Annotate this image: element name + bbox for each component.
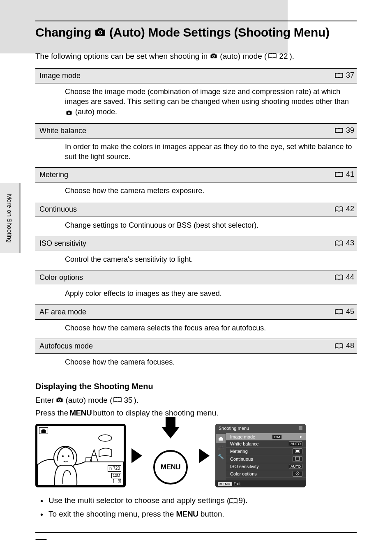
option-description: Change settings to Continuous or BSS (be… bbox=[35, 217, 357, 236]
option-page-ref: 39 bbox=[260, 123, 357, 138]
arrow-down-icon bbox=[161, 427, 180, 438]
scrollbar-icon bbox=[299, 426, 302, 430]
camera-icon bbox=[95, 25, 106, 39]
option-page-ref: 45 bbox=[260, 305, 357, 319]
menu-item-label: White balance bbox=[230, 441, 259, 446]
intro-text: The following options can be set when sh… bbox=[35, 52, 357, 61]
option-header: Color options 44 bbox=[35, 270, 357, 285]
menu-item-label: Continuous bbox=[230, 457, 253, 462]
list-item: Use the multi selector to choose and app… bbox=[40, 495, 357, 508]
wrench-icon: 🔧 bbox=[216, 452, 226, 461]
menu-exit-bar: MENU Exit bbox=[215, 480, 306, 487]
option-page-ref: 48 bbox=[260, 339, 357, 353]
book-icon bbox=[335, 274, 343, 282]
menu-item: Image mode12M▸ bbox=[226, 433, 306, 441]
camera-icon bbox=[210, 52, 217, 61]
option-page-ref: 42 bbox=[260, 202, 357, 217]
option-description: Control the camera's sensitivity to ligh… bbox=[35, 251, 357, 270]
svg-point-5 bbox=[68, 112, 69, 113]
book-icon bbox=[335, 240, 343, 248]
svg-line-16 bbox=[296, 472, 299, 475]
arrow-right-icon bbox=[199, 448, 210, 463]
menu-item-value-icon bbox=[293, 471, 302, 477]
option-page-ref: 43 bbox=[260, 236, 357, 251]
book-icon bbox=[335, 171, 343, 180]
menu-item-label: Color options bbox=[230, 471, 257, 476]
svg-rect-13 bbox=[296, 450, 299, 452]
option-header: Autofocus mode 48 bbox=[35, 339, 357, 353]
menu-item: ISO sensitivityAUTO bbox=[226, 463, 306, 470]
book-icon bbox=[113, 395, 122, 406]
option-header: Metering 41 bbox=[35, 168, 357, 182]
menu-item: Metering bbox=[226, 448, 306, 455]
menu-item-label: Image mode bbox=[230, 434, 255, 439]
camera-icon bbox=[66, 108, 72, 118]
diagram-row: ▢ 720 12M [ 9] MENU Shooting menu 🎥 🔧 bbox=[35, 424, 357, 487]
menu-item: White balanceAUTO bbox=[226, 441, 306, 448]
option-description: In order to make the colors in images ap… bbox=[35, 138, 357, 168]
menu-item-value: AUTO bbox=[289, 441, 302, 446]
option-description: Choose how the camera selects the focus … bbox=[35, 319, 357, 339]
book-icon bbox=[335, 127, 343, 136]
option-header: Continuous 42 bbox=[35, 202, 357, 217]
option-description: Choose how the camera meters exposure. bbox=[35, 182, 357, 202]
svg-rect-14 bbox=[295, 457, 300, 460]
side-tab: More on Shooting bbox=[0, 183, 21, 253]
menu-item: Continuous bbox=[226, 455, 306, 463]
menu-item-value: AUTO bbox=[289, 464, 302, 469]
option-name: White balance bbox=[35, 123, 260, 138]
menu-item-label: ISO sensitivity bbox=[230, 464, 259, 469]
menu-item-value-icon: 12M bbox=[272, 434, 282, 439]
option-description: Choose the image mode (combination of im… bbox=[35, 83, 357, 124]
option-header: ISO sensitivity 43 bbox=[35, 236, 357, 251]
enter-line: Enter (auto) mode (35). bbox=[35, 395, 357, 406]
title-prefix: Changing bbox=[35, 25, 91, 39]
option-name: AF area mode bbox=[35, 305, 260, 319]
book-icon bbox=[268, 52, 277, 61]
menu-item-value-icon bbox=[293, 456, 302, 462]
lcd-preview: ▢ 720 12M [ 9] bbox=[35, 424, 126, 487]
sub-heading: Displaying the Shooting Menu bbox=[35, 382, 357, 391]
svg-point-8 bbox=[99, 435, 112, 441]
menu-text-icon: MENU bbox=[69, 407, 92, 419]
option-name: Color options bbox=[35, 270, 260, 285]
option-name: Continuous bbox=[35, 202, 260, 217]
note-box: ✔ Camera Settings that Cannot Be Applied… bbox=[35, 532, 357, 540]
press-line: Press the MENU button to display the sho… bbox=[35, 407, 357, 419]
side-tab-label: More on Shooting bbox=[6, 194, 13, 242]
book-icon bbox=[335, 72, 343, 81]
option-name: ISO sensitivity bbox=[35, 236, 260, 251]
book-icon bbox=[335, 205, 343, 214]
svg-point-3 bbox=[213, 55, 214, 57]
option-page-ref: 37 bbox=[260, 69, 357, 83]
lcd-info: ▢ 720 12M [ 9] bbox=[108, 465, 121, 484]
title-suffix: (Auto) Mode Settings (Shooting Menu) bbox=[109, 25, 330, 39]
options-table: Image mode 37Choose the image mode (comb… bbox=[35, 68, 357, 373]
menu-exit-btn-icon: MENU bbox=[218, 482, 232, 486]
menu-item: Color options bbox=[226, 470, 306, 478]
svg-point-10 bbox=[62, 455, 64, 457]
option-description: Apply color effects to images as they ar… bbox=[35, 285, 357, 305]
camera-icon bbox=[56, 395, 63, 406]
option-header: AF area mode 45 bbox=[35, 305, 357, 319]
menu-screen: Shooting menu 🎥 🔧 Image mode12M▸White ba… bbox=[215, 424, 306, 487]
option-name: Image mode bbox=[35, 69, 260, 83]
list-item: To exit the shooting menu, press the MEN… bbox=[40, 508, 357, 520]
bullet-list: Use the multi selector to choose and app… bbox=[40, 495, 357, 520]
option-page-ref: 41 bbox=[260, 168, 357, 182]
menu-item-label: Metering bbox=[230, 449, 248, 454]
svg-point-1 bbox=[99, 31, 101, 34]
option-description: Choose how the camera focuses. bbox=[35, 353, 357, 373]
menu-button-diagram: MENU bbox=[148, 424, 193, 487]
camera-icon bbox=[216, 434, 226, 443]
chevron-right-icon: ▸ bbox=[300, 434, 302, 439]
menu-button-icon: MENU bbox=[153, 450, 188, 485]
menu-list: Image mode12M▸White balanceAUTOMeteringC… bbox=[226, 433, 306, 480]
svg-point-7 bbox=[59, 399, 61, 401]
option-header: Image mode 37 bbox=[35, 69, 357, 83]
book-icon bbox=[229, 496, 238, 508]
video-icon: 🎥 bbox=[216, 443, 226, 452]
menu-screen-title: Shooting menu bbox=[215, 424, 306, 433]
menu-item-value-icon bbox=[293, 448, 302, 454]
option-name: Autofocus mode bbox=[35, 339, 260, 353]
